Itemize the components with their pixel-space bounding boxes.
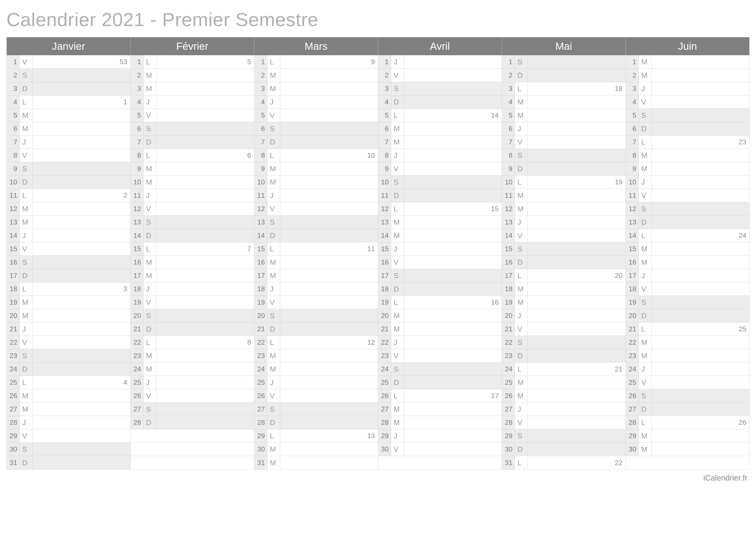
day-cell bbox=[280, 349, 378, 362]
day-cell bbox=[528, 162, 626, 175]
day-row: 14L24 bbox=[626, 229, 749, 242]
day-number: 12 bbox=[131, 202, 144, 216]
day-row: 12S bbox=[626, 202, 749, 216]
day-of-week: L bbox=[515, 363, 528, 376]
day-number: 10 bbox=[626, 176, 639, 189]
day-number: 9 bbox=[502, 162, 515, 175]
day-of-week: V bbox=[20, 149, 33, 162]
day-cell bbox=[280, 136, 378, 149]
day-of-week: D bbox=[20, 82, 33, 95]
day-row: 19S bbox=[626, 296, 749, 309]
day-cell bbox=[652, 95, 749, 109]
day-row: 28D bbox=[254, 416, 378, 429]
day-of-week: D bbox=[20, 176, 33, 189]
day-number: 6 bbox=[378, 122, 391, 135]
day-number: 25 bbox=[7, 376, 20, 389]
day-number: 5 bbox=[626, 109, 639, 122]
day-number: 1 bbox=[626, 55, 639, 68]
day-cell bbox=[280, 389, 378, 402]
day-cell bbox=[528, 296, 626, 309]
day-of-week: D bbox=[20, 456, 33, 470]
day-cell bbox=[33, 69, 130, 82]
day-number: 16 bbox=[7, 256, 20, 269]
day-cell bbox=[156, 122, 254, 135]
day-of-week: L bbox=[144, 55, 156, 68]
day-row: 4J bbox=[131, 95, 254, 109]
day-cell bbox=[156, 136, 254, 149]
day-number: 30 bbox=[254, 443, 267, 456]
day-row: 21V bbox=[502, 322, 626, 336]
day-cell bbox=[156, 322, 254, 336]
month-header: Janvier bbox=[7, 37, 130, 55]
day-number: 11 bbox=[131, 189, 144, 202]
day-cell bbox=[652, 216, 749, 229]
month-header: Juin bbox=[626, 37, 749, 55]
day-number: 15 bbox=[626, 242, 639, 255]
day-row: 25D bbox=[378, 376, 502, 389]
day-of-week: S bbox=[267, 309, 280, 322]
day-number: 19 bbox=[502, 296, 515, 309]
month-header: Mai bbox=[502, 37, 626, 55]
day-cell bbox=[156, 363, 254, 376]
day-cell bbox=[652, 269, 749, 282]
day-cell: 22 bbox=[528, 456, 626, 470]
day-cell bbox=[280, 376, 378, 389]
day-row: 30M bbox=[254, 443, 378, 456]
day-cell bbox=[156, 229, 254, 242]
day-row: 31M bbox=[254, 456, 378, 470]
day-cell bbox=[528, 95, 626, 109]
day-of-week: L bbox=[515, 82, 528, 95]
day-number: 6 bbox=[626, 122, 639, 135]
day-row: 17S bbox=[378, 269, 502, 282]
day-number: 22 bbox=[626, 336, 639, 349]
day-number: 9 bbox=[131, 162, 144, 175]
day-row: 18D bbox=[378, 282, 502, 296]
day-number: 16 bbox=[626, 256, 639, 269]
day-of-week: V bbox=[20, 242, 33, 255]
day-row: 2M bbox=[254, 69, 378, 82]
day-number: 29 bbox=[502, 429, 515, 443]
day-cell bbox=[33, 269, 130, 282]
day-row: 17M bbox=[131, 269, 254, 282]
month-column: Janvier1V532S3D4L15M6M7J8V9S10D11L212M13… bbox=[7, 37, 131, 470]
day-row: 17L20 bbox=[502, 269, 626, 282]
day-of-week: D bbox=[391, 282, 404, 295]
day-cell bbox=[528, 136, 626, 149]
day-cell bbox=[528, 109, 626, 122]
day-number: 25 bbox=[131, 376, 144, 389]
day-cell bbox=[652, 336, 749, 349]
day-cell bbox=[280, 122, 378, 135]
day-number: 21 bbox=[626, 322, 639, 336]
day-cell bbox=[652, 55, 749, 68]
day-row: 4V bbox=[626, 95, 749, 109]
day-number: 6 bbox=[131, 122, 144, 135]
day-cell bbox=[528, 349, 626, 362]
day-of-week: D bbox=[20, 269, 33, 282]
day-cell bbox=[528, 282, 626, 295]
day-of-week: S bbox=[639, 389, 652, 402]
day-row: 1J bbox=[378, 55, 502, 69]
day-of-week: V bbox=[639, 189, 652, 202]
day-of-week: M bbox=[639, 256, 652, 269]
day-row: 3S bbox=[378, 82, 502, 95]
day-of-week: V bbox=[639, 95, 652, 109]
day-cell bbox=[404, 309, 502, 322]
day-number: 29 bbox=[626, 429, 639, 443]
day-number: 18 bbox=[626, 282, 639, 295]
day-number: 8 bbox=[626, 149, 639, 162]
day-of-week: S bbox=[144, 216, 156, 229]
day-of-week: L bbox=[639, 416, 652, 429]
day-row: 27S bbox=[131, 403, 254, 416]
day-number: 3 bbox=[378, 82, 391, 95]
day-of-week: M bbox=[639, 149, 652, 162]
day-cell: 1 bbox=[33, 95, 130, 109]
day-of-week: S bbox=[20, 349, 33, 362]
day-of-week: M bbox=[391, 136, 404, 149]
day-number: 14 bbox=[502, 229, 515, 242]
day-cell bbox=[33, 202, 130, 216]
day-cell: 20 bbox=[528, 269, 626, 282]
day-of-week: L bbox=[391, 202, 404, 216]
day-of-week: L bbox=[20, 95, 33, 109]
day-cell bbox=[33, 176, 130, 189]
day-number: 14 bbox=[378, 229, 391, 242]
